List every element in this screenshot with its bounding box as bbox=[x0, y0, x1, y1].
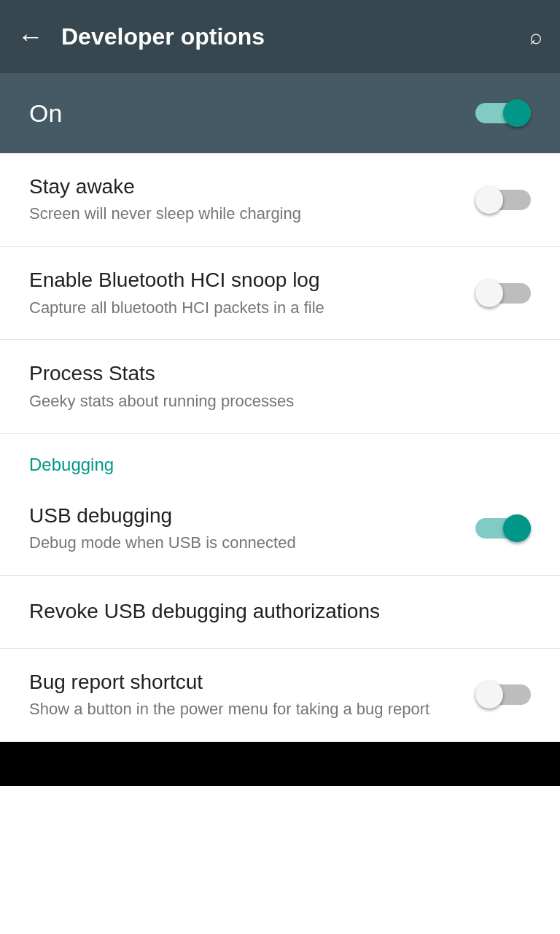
bug-report-title: Bug report shortcut bbox=[29, 669, 461, 695]
bluetooth-hci-title: Enable Bluetooth HCI snoop log bbox=[29, 267, 461, 293]
stay-awake-subtitle: Screen will never sleep while charging bbox=[29, 203, 461, 225]
process-stats-text: Process Stats Geeky stats about running … bbox=[29, 360, 531, 412]
process-stats-subtitle: Geeky stats about running processes bbox=[29, 390, 516, 413]
settings-list: Stay awake Screen will never sleep while… bbox=[0, 153, 560, 742]
bluetooth-hci-text: Enable Bluetooth HCI snoop log Capture a… bbox=[29, 267, 475, 319]
revoke-usb-title: Revoke USB debugging authorizations bbox=[29, 598, 516, 625]
usb-debugging-subtitle: Debug mode when USB is connected bbox=[29, 532, 461, 555]
debugging-section-header: Debugging bbox=[0, 434, 560, 482]
bug-report-toggle[interactable] bbox=[475, 681, 531, 709]
stay-awake-item[interactable]: Stay awake Screen will never sleep while… bbox=[0, 153, 560, 247]
process-stats-item[interactable]: Process Stats Geeky stats about running … bbox=[0, 340, 560, 433]
usb-debugging-toggle[interactable] bbox=[475, 514, 531, 542]
bottom-bar bbox=[0, 742, 560, 786]
back-button[interactable]: ← bbox=[18, 21, 44, 52]
bug-report-item[interactable]: Bug report shortcut Show a button in the… bbox=[0, 649, 560, 742]
on-label: On bbox=[29, 99, 62, 128]
bluetooth-hci-item[interactable]: Enable Bluetooth HCI snoop log Capture a… bbox=[0, 247, 560, 340]
bluetooth-hci-toggle[interactable] bbox=[475, 279, 531, 307]
bluetooth-hci-subtitle: Capture all bluetooth HCI packets in a f… bbox=[29, 297, 461, 320]
developer-options-toggle-banner: On bbox=[0, 73, 560, 153]
app-header: ← Developer options ⌕ bbox=[0, 0, 560, 73]
stay-awake-text: Stay awake Screen will never sleep while… bbox=[29, 174, 475, 225]
revoke-usb-item[interactable]: Revoke USB debugging authorizations bbox=[0, 576, 560, 649]
stay-awake-title: Stay awake bbox=[29, 174, 461, 200]
toggle-thumb bbox=[475, 186, 503, 214]
debugging-label: Debugging bbox=[29, 455, 114, 474]
toggle-thumb bbox=[475, 279, 503, 307]
revoke-usb-text: Revoke USB debugging authorizations bbox=[29, 598, 531, 625]
stay-awake-toggle[interactable] bbox=[475, 186, 531, 214]
toggle-thumb bbox=[503, 99, 531, 127]
bug-report-text: Bug report shortcut Show a button in the… bbox=[29, 669, 475, 721]
toggle-thumb bbox=[503, 514, 531, 542]
usb-debugging-item[interactable]: USB debugging Debug mode when USB is con… bbox=[0, 482, 560, 576]
search-button[interactable]: ⌕ bbox=[529, 24, 542, 49]
developer-options-toggle[interactable] bbox=[475, 99, 531, 127]
usb-debugging-text: USB debugging Debug mode when USB is con… bbox=[29, 503, 475, 555]
usb-debugging-title: USB debugging bbox=[29, 503, 461, 529]
process-stats-title: Process Stats bbox=[29, 360, 516, 387]
page-title: Developer options bbox=[61, 23, 529, 50]
bug-report-subtitle: Show a button in the power menu for taki… bbox=[29, 698, 461, 721]
